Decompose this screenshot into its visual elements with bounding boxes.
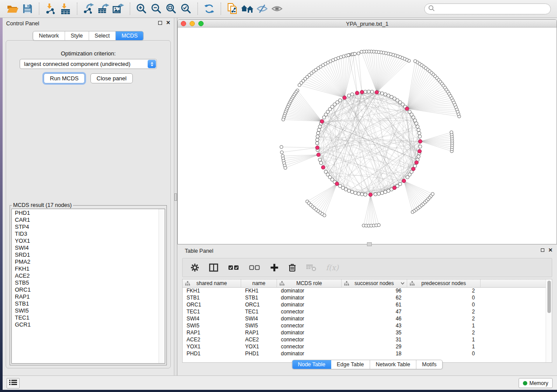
mcds-result-item[interactable]: YOX1 bbox=[15, 237, 159, 244]
table-row[interactable]: SWI5SWI5connector431 bbox=[183, 323, 546, 330]
refresh-layout-button[interactable] bbox=[202, 2, 217, 16]
mcds-result-item[interactable]: SRD1 bbox=[15, 251, 159, 258]
cell: PHD1 bbox=[241, 351, 277, 358]
task-history-button[interactable] bbox=[7, 378, 20, 389]
network-canvas[interactable] bbox=[178, 28, 557, 244]
table-row[interactable]: ACE2ACE2connector311 bbox=[183, 337, 546, 344]
column-header-MCDS-role[interactable]: MCDS role bbox=[277, 279, 342, 287]
mcds-result-item[interactable]: STB5 bbox=[15, 279, 159, 286]
table-scrollbar-thumb[interactable] bbox=[547, 281, 551, 313]
search-field[interactable] bbox=[424, 3, 551, 14]
memory-label: Memory bbox=[529, 380, 548, 386]
search-icon bbox=[428, 5, 435, 14]
mcds-result-title: MCDS result (17 nodes) bbox=[12, 202, 73, 208]
import-table-button[interactable] bbox=[58, 2, 73, 16]
zoom-selected-button[interactable] bbox=[179, 2, 194, 16]
mcds-result-item[interactable]: FKH1 bbox=[15, 265, 159, 272]
mcds-result-item[interactable]: PHD1 bbox=[15, 210, 159, 217]
cell: connector bbox=[277, 323, 342, 330]
cell: 31 bbox=[342, 337, 407, 344]
column-header-shared-name[interactable]: shared name bbox=[183, 279, 241, 287]
zoom-in-button[interactable] bbox=[134, 2, 149, 16]
table-options-button[interactable] bbox=[190, 263, 199, 272]
show-hide-columns-button[interactable] bbox=[209, 263, 218, 272]
mcds-result-item[interactable]: ACE2 bbox=[15, 272, 159, 279]
table-row[interactable]: PHD1PHD1dominator180 bbox=[183, 351, 546, 358]
tab-network[interactable]: Network bbox=[33, 31, 65, 40]
cell: SWI5 bbox=[241, 323, 277, 330]
cell: 0 bbox=[407, 351, 481, 358]
tab-style[interactable]: Style bbox=[65, 31, 89, 40]
show-hidden-button[interactable] bbox=[270, 2, 284, 16]
mcds-list-scrollbar[interactable] bbox=[159, 209, 165, 363]
close-panel-button[interactable]: Close panel bbox=[90, 73, 133, 83]
delete-column-button[interactable] bbox=[288, 263, 296, 272]
export-table-button[interactable] bbox=[96, 2, 111, 16]
network-window-titlebar[interactable]: YPA_prune.txt_1 bbox=[178, 20, 557, 28]
zoom-fit-button[interactable] bbox=[164, 2, 179, 16]
export-image-button[interactable] bbox=[111, 2, 126, 16]
zoom-out-button[interactable] bbox=[149, 2, 164, 16]
optimization-criterion-select[interactable]: largest connected component (undirected) bbox=[20, 59, 157, 69]
export-network-button[interactable] bbox=[81, 2, 96, 16]
mcds-result-item[interactable]: SWI4 bbox=[15, 244, 159, 251]
table-tabs: Node TableEdge TableNetwork TableMotifs bbox=[292, 360, 443, 369]
cell: dominator bbox=[277, 351, 342, 358]
first-neighbors-button[interactable] bbox=[240, 2, 255, 16]
mcds-result-item[interactable]: RAP1 bbox=[15, 293, 159, 300]
column-header-predecessor-nodes[interactable]: predecessor nodes bbox=[407, 279, 481, 287]
mcds-result-item[interactable]: PMA2 bbox=[15, 258, 159, 265]
close-table-panel-icon[interactable]: ✕ bbox=[548, 248, 553, 252]
tab-select[interactable]: Select bbox=[89, 31, 116, 40]
tab-edge-table[interactable]: Edge Table bbox=[331, 360, 370, 369]
memory-button[interactable]: Memory bbox=[519, 378, 553, 388]
table-row[interactable]: STB1STB1dominator620 bbox=[183, 295, 546, 302]
cell: 1 bbox=[407, 323, 481, 330]
table-scrollbar[interactable] bbox=[546, 279, 552, 362]
mcds-result-item[interactable]: GCR1 bbox=[15, 321, 159, 328]
cell: 62 bbox=[342, 295, 407, 302]
mcds-result-item[interactable]: ORC1 bbox=[15, 286, 159, 293]
eye-slash-icon bbox=[256, 3, 268, 14]
table-row[interactable]: ORC1ORC1dominator610 bbox=[183, 302, 546, 309]
table-row[interactable]: RAP1RAP1dominator352 bbox=[183, 330, 546, 337]
deselect-all-rows-button[interactable] bbox=[249, 264, 260, 271]
create-column-button[interactable] bbox=[270, 263, 279, 272]
cell: 35 bbox=[342, 330, 407, 337]
table-row[interactable]: TEC1TEC1connector472 bbox=[183, 309, 546, 316]
cell: connector bbox=[277, 309, 342, 316]
mcds-result-item[interactable]: STB1 bbox=[15, 300, 159, 307]
clone-network-button[interactable] bbox=[225, 2, 240, 16]
column-header-successor-nodes[interactable]: successor nodes bbox=[342, 279, 407, 287]
close-panel-icon[interactable]: ✕ bbox=[166, 21, 170, 25]
mcds-result-item[interactable]: STP4 bbox=[15, 224, 159, 230]
tab-mcds[interactable]: MCDS bbox=[116, 31, 143, 40]
cell: dominator bbox=[277, 288, 342, 295]
run-mcds-button[interactable]: Run MCDS bbox=[44, 73, 85, 83]
select-all-rows-button[interactable] bbox=[228, 264, 239, 271]
float-table-panel-icon[interactable] bbox=[541, 248, 544, 252]
mcds-result-item[interactable]: CAR1 bbox=[15, 217, 159, 224]
table-panel: Table Panel ✕ f(x) shared namenameMCDS r… bbox=[177, 246, 557, 375]
tab-network-table[interactable]: Network Table bbox=[370, 360, 416, 369]
hide-selection-button[interactable] bbox=[255, 2, 270, 16]
mcds-result-item[interactable]: TEC1 bbox=[15, 314, 159, 321]
import-network-button[interactable] bbox=[43, 2, 58, 16]
mcds-result-item[interactable]: TID3 bbox=[15, 230, 159, 237]
table-row[interactable]: SWI4SWI4dominator462 bbox=[183, 316, 546, 323]
horizontal-splitter-grip[interactable] bbox=[367, 242, 372, 246]
table-row[interactable]: YOX1YOX1connector291 bbox=[183, 344, 546, 351]
splitter-grip[interactable] bbox=[174, 193, 177, 201]
cell: STB1 bbox=[183, 295, 241, 302]
mcds-result-list[interactable]: PHD1CAR1STP4TID3YOX1SWI4SRD1PMA2FKH1ACE2… bbox=[12, 209, 159, 363]
vertical-splitter[interactable] bbox=[174, 18, 177, 375]
cell: 18 bbox=[342, 351, 407, 358]
float-panel-icon[interactable] bbox=[158, 21, 162, 25]
mcds-result-item[interactable]: SWI5 bbox=[15, 307, 159, 314]
tab-motifs[interactable]: Motifs bbox=[416, 360, 442, 369]
table-row[interactable]: FKH1FKH1dominator962 bbox=[183, 288, 546, 295]
open-file-button[interactable] bbox=[5, 2, 20, 16]
column-header-name[interactable]: name bbox=[241, 279, 277, 287]
save-session-button[interactable] bbox=[20, 2, 35, 16]
tab-node-table[interactable]: Node Table bbox=[292, 360, 331, 369]
